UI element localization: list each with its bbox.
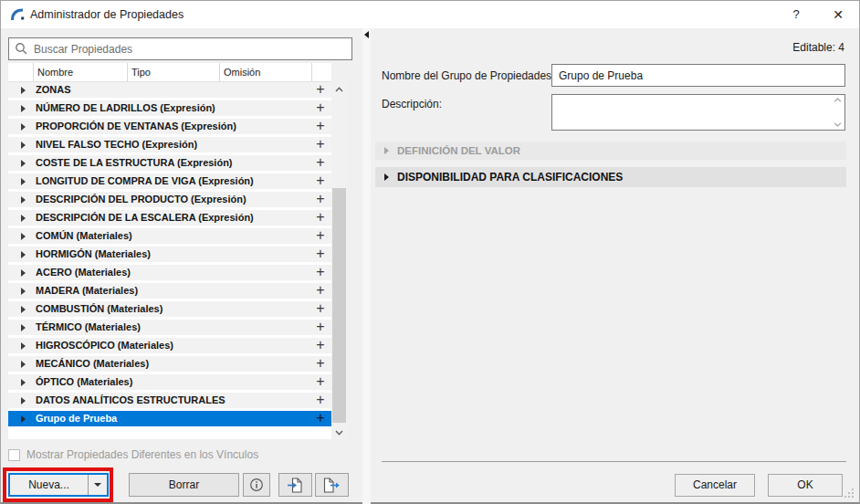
close-button[interactable]: ✕	[823, 1, 853, 28]
description-textarea[interactable]	[551, 94, 845, 131]
expander-icon[interactable]	[21, 324, 26, 331]
expander-icon[interactable]	[21, 178, 26, 185]
list-item[interactable]: COMÚN (Materiales) +	[8, 228, 331, 247]
list-item-label: DATOS ANALÍTICOS ESTRUCTURALES	[36, 394, 225, 405]
add-property-icon[interactable]: +	[313, 136, 328, 152]
list-item[interactable]: Grupo de Prueba +	[8, 411, 331, 429]
list-item[interactable]: NÚMERO DE LADRILLOS (Expresión) +	[8, 100, 331, 119]
expander-icon[interactable]	[21, 196, 26, 204]
list-item[interactable]: MECÁNICO (Materiales) +	[8, 356, 331, 374]
show-different-properties-checkbox[interactable]	[8, 449, 20, 461]
list-item[interactable]: NIVEL FALSO TECHO (Expresión) +	[8, 137, 331, 155]
resize-grip[interactable]	[844, 488, 855, 499]
list-item[interactable]: HIGROSCÓPICO (Materiales) +	[8, 338, 331, 356]
new-button[interactable]: Nueva...	[8, 473, 109, 497]
expander-icon[interactable]	[21, 269, 26, 277]
add-property-icon[interactable]: +	[313, 373, 328, 390]
list-item[interactable]: MADERA (Materiales) +	[8, 283, 331, 301]
add-property-icon[interactable]: +	[313, 264, 328, 280]
add-property-icon[interactable]: +	[313, 410, 328, 426]
list-item[interactable]: DATOS ANALÍTICOS ESTRUCTURALES +	[8, 393, 331, 411]
add-property-icon[interactable]: +	[313, 392, 328, 408]
list-item[interactable]: TÉRMICO (Materiales) +	[8, 320, 331, 338]
expander-icon[interactable]	[21, 105, 26, 112]
expander-icon[interactable]	[21, 342, 26, 350]
add-property-icon[interactable]: +	[313, 300, 328, 317]
list-item[interactable]: DESCRIPCIÓN DE LA ESCALERA (Expresión) +	[8, 210, 331, 228]
expander-icon[interactable]	[21, 215, 26, 222]
list-item[interactable]: PROPORCIÓN DE VENTANAS (Expresión) +	[8, 119, 331, 137]
column-tipo[interactable]: Tipo	[127, 63, 219, 81]
expander-icon[interactable]	[21, 251, 26, 258]
column-omision[interactable]: Omisión	[219, 63, 311, 81]
list-item[interactable]: COMBUSTIÓN (Materiales) +	[8, 301, 331, 320]
list-item-label: ACERO (Materiales)	[36, 267, 131, 278]
list-item[interactable]: ÓPTICO (Materiales) +	[8, 374, 331, 393]
list-item-label: MADERA (Materiales)	[36, 285, 138, 296]
scroll-down-icon[interactable]	[331, 425, 347, 439]
search-input[interactable]	[9, 38, 351, 59]
help-button[interactable]: ?	[781, 1, 811, 28]
cancel-button[interactable]: Cancelar	[675, 474, 755, 497]
expander-icon[interactable]	[21, 123, 26, 131]
expander-icon[interactable]	[21, 361, 26, 368]
list-item-label: COMBUSTIÓN (Materiales)	[36, 303, 163, 314]
list-item[interactable]: LONGITUD DE COMPRA DE VIGA (Expresión) +	[8, 173, 331, 192]
textarea-scroll-down-icon[interactable]	[834, 122, 842, 127]
window-title: Administrador de Propiedades	[30, 1, 184, 28]
section-expander-icon[interactable]	[384, 173, 389, 181]
property-manager-dialog: Administrador de Propiedades ? ✕ Nombre …	[0, 0, 860, 504]
list-item[interactable]: COSTE DE LA ESTRUCTURA (Expresión) +	[8, 155, 331, 173]
add-property-icon[interactable]: +	[313, 319, 328, 335]
import-button[interactable]	[278, 473, 312, 497]
list-scrollbar[interactable]	[331, 82, 347, 439]
collapse-panel-icon[interactable]	[364, 31, 369, 38]
expander-icon[interactable]	[21, 397, 26, 404]
import-file-icon	[287, 478, 304, 493]
expander-icon[interactable]	[21, 233, 26, 240]
group-name-input[interactable]	[551, 64, 845, 87]
add-property-icon[interactable]: +	[313, 154, 328, 171]
info-icon	[249, 478, 264, 492]
textarea-scroll-up-icon[interactable]	[834, 98, 842, 102]
delete-button[interactable]: Borrar	[129, 473, 239, 497]
list-item[interactable]: HORMIGÓN (Materiales) +	[8, 247, 331, 265]
export-button[interactable]	[315, 473, 349, 497]
footer-separator	[382, 461, 846, 462]
new-dropdown-button[interactable]	[88, 475, 107, 495]
scroll-up-icon[interactable]	[331, 82, 347, 96]
add-property-icon[interactable]: +	[313, 246, 328, 262]
add-property-icon[interactable]: +	[313, 209, 328, 226]
expander-icon[interactable]	[21, 306, 26, 313]
add-property-icon[interactable]: +	[313, 282, 328, 299]
add-property-icon[interactable]: +	[313, 191, 328, 207]
expander-icon[interactable]	[21, 87, 26, 94]
add-property-icon[interactable]: +	[313, 173, 328, 189]
add-property-icon[interactable]: +	[313, 82, 328, 98]
expander-icon[interactable]	[21, 160, 26, 167]
add-property-icon[interactable]: +	[313, 118, 328, 134]
column-nombre[interactable]: Nombre	[33, 63, 127, 81]
expander-icon[interactable]	[21, 379, 26, 386]
expander-icon[interactable]	[21, 288, 26, 295]
info-button[interactable]	[243, 473, 270, 497]
expander-icon[interactable]	[21, 415, 26, 423]
section-disponibilidad-clasificaciones[interactable]: DISPONIBILIDAD PARA CLASIFICACIONES	[375, 167, 846, 187]
new-button-label[interactable]: Nueva...	[10, 475, 88, 495]
list-item-label: NIVEL FALSO TECHO (Expresión)	[36, 139, 197, 150]
add-property-icon[interactable]: +	[313, 355, 328, 372]
section-expander-icon	[384, 147, 389, 154]
section-definicion-del-valor: DEFINICIÓN DEL VALOR	[375, 142, 846, 160]
add-property-icon[interactable]: +	[313, 100, 328, 116]
panel-splitter[interactable]	[362, 28, 371, 504]
ok-button[interactable]: OK	[768, 474, 843, 497]
scrollbar-thumb[interactable]	[332, 188, 346, 423]
list-item[interactable]: ACERO (Materiales) +	[8, 265, 331, 283]
expander-icon[interactable]	[21, 142, 26, 149]
add-property-icon[interactable]: +	[313, 227, 328, 244]
list-item[interactable]: ZONAS +	[8, 82, 331, 100]
list-item[interactable]: DESCRIPCIÓN DEL PRODUCTO (Expresión) +	[8, 192, 331, 210]
list-item-label: HORMIGÓN (Materiales)	[36, 248, 151, 259]
list-item-label: COMÚN (Materiales)	[36, 230, 132, 241]
add-property-icon[interactable]: +	[313, 337, 328, 353]
